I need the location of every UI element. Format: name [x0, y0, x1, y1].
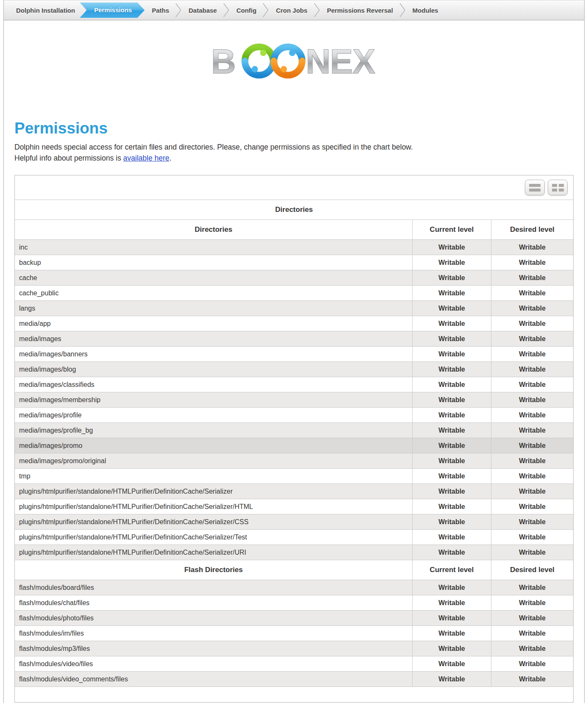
section-title-cell: Directories — [15, 220, 412, 240]
chevron-separator-icon — [175, 3, 183, 18]
current-level-header-cell: Current level — [412, 220, 491, 240]
current-level-cell: Writable — [412, 595, 491, 611]
table-row: media/images/classifiedsWritableWritable — [15, 377, 573, 392]
tab-dolphin-installation[interactable]: Dolphin Installation — [10, 7, 81, 14]
current-level-cell: Writable — [412, 240, 491, 255]
table-row: plugins/htmlpurifier/standalone/HTMLPuri… — [15, 545, 573, 560]
table-title: Directories — [15, 200, 573, 220]
directory-path-cell: media/images/profile_bg — [15, 423, 412, 438]
table-title-row: Directories — [15, 200, 573, 220]
directory-path-cell: langs — [15, 301, 412, 316]
desired-level-cell: Writable — [491, 423, 573, 438]
chevron-separator-icon — [399, 3, 407, 18]
tab-modules[interactable]: Modules — [406, 7, 445, 14]
table-row: flash/modules/chat/filesWritableWritable — [15, 595, 573, 611]
wizard-tab-bar: Dolphin Installation Permissions Paths D… — [4, 0, 584, 20]
current-level-cell: Writable — [412, 377, 491, 392]
help-prefix: Helpful info about permissions is — [14, 154, 123, 162]
desired-level-header-cell: Desired level — [491, 220, 573, 240]
desired-level-cell: Writable — [491, 545, 573, 560]
current-level-cell: Writable — [412, 392, 491, 408]
permissions-panel: Directories DirectoriesCurrent levelDesi… — [14, 175, 574, 703]
help-suffix: . — [169, 154, 172, 162]
directory-path-cell: flash/modules/im/files — [15, 626, 412, 641]
table-row: flash/modules/mp3/filesWritableWritable — [15, 641, 573, 656]
directory-path-cell: media/images/promo — [15, 438, 412, 453]
grid-view-icon — [552, 184, 564, 192]
chevron-separator-icon — [222, 3, 231, 18]
main-content: Permissions Dolphin needs special access… — [4, 119, 584, 703]
table-row: cacheWritableWritable — [15, 270, 573, 286]
current-level-cell: Writable — [412, 641, 491, 656]
table-row: cache_publicWritableWritable — [15, 286, 573, 301]
desired-level-cell: Writable — [491, 377, 573, 392]
directory-path-cell: media/images/membership — [15, 392, 412, 408]
desired-level-cell: Writable — [491, 331, 573, 347]
directory-path-cell: cache — [15, 270, 412, 286]
table-row: plugins/htmlpurifier/standalone/HTMLPuri… — [15, 499, 573, 514]
current-level-cell: Writable — [412, 438, 491, 453]
desired-level-cell: Writable — [491, 626, 573, 641]
intro-paragraph: Dolphin needs special access for certain… — [14, 142, 574, 164]
desired-level-cell: Writable — [491, 641, 573, 656]
desired-level-cell: Writable — [491, 595, 573, 611]
desired-level-cell: Writable — [491, 240, 573, 255]
available-here-link[interactable]: available here — [123, 154, 169, 162]
current-level-cell: Writable — [412, 270, 491, 286]
section-header-row: DirectoriesCurrent levelDesired level — [15, 220, 573, 240]
directory-path-cell: backup — [15, 255, 412, 270]
directory-path-cell: tmp — [15, 469, 412, 484]
current-level-cell: Writable — [412, 316, 491, 331]
current-level-cell: Writable — [412, 514, 491, 530]
tab-cron-jobs[interactable]: Cron Jobs — [269, 7, 313, 14]
chevron-separator-icon — [313, 3, 322, 18]
table-row: incWritableWritable — [15, 240, 573, 255]
table-row: plugins/htmlpurifier/standalone/HTMLPuri… — [15, 514, 573, 530]
desired-level-cell: Writable — [491, 672, 573, 687]
desired-level-cell: Writable — [491, 301, 573, 316]
desired-level-cell: Writable — [491, 580, 573, 595]
current-level-cell: Writable — [412, 545, 491, 560]
partial-row-cell — [15, 687, 573, 702]
desired-level-cell: Writable — [491, 484, 573, 499]
directory-path-cell: flash/modules/photo/files — [15, 611, 412, 626]
current-level-cell: Writable — [412, 286, 491, 301]
list-view-button[interactable] — [525, 180, 545, 195]
logo-letter-b: B — [211, 43, 236, 79]
current-level-cell: Writable — [412, 611, 491, 626]
page-title: Permissions — [14, 119, 574, 137]
desired-level-cell: Writable — [491, 316, 573, 331]
table-row: media/imagesWritableWritable — [15, 331, 573, 347]
directory-path-cell: inc — [15, 240, 412, 255]
section-title-cell: Flash Directories — [15, 560, 412, 580]
directory-path-cell: plugins/htmlpurifier/standalone/HTMLPuri… — [15, 514, 412, 530]
table-row: media/images/promoWritableWritable — [15, 438, 573, 453]
directory-path-cell: media/images — [15, 331, 412, 347]
directory-path-cell: media/images/banners — [15, 347, 412, 362]
current-level-cell: Writable — [412, 423, 491, 438]
tab-permissions-reversal[interactable]: Permissions Reversal — [321, 7, 399, 14]
tab-paths[interactable]: Paths — [145, 7, 175, 14]
table-row: media/appWritableWritable — [15, 316, 573, 331]
table-row: flash/modules/video_comments/filesWritab… — [15, 672, 573, 687]
directory-path-cell: cache_public — [15, 286, 412, 301]
current-level-cell: Writable — [412, 499, 491, 514]
desired-level-cell: Writable — [491, 347, 573, 362]
current-level-cell: Writable — [412, 484, 491, 499]
current-level-cell: Writable — [412, 362, 491, 377]
current-level-cell: Writable — [412, 656, 491, 672]
tab-permissions[interactable]: Permissions — [80, 3, 144, 18]
desired-level-cell: Writable — [491, 611, 573, 626]
tab-database[interactable]: Database — [182, 7, 223, 14]
grid-view-button[interactable] — [548, 180, 568, 195]
logo-container: B NEX — [4, 43, 584, 79]
directory-path-cell: plugins/htmlpurifier/standalone/HTMLPuri… — [15, 545, 412, 560]
partial-row — [15, 687, 573, 702]
logo-o-green-blue — [245, 47, 273, 75]
directory-path-cell: flash/modules/video/files — [15, 656, 412, 672]
directory-path-cell: media/images/blog — [15, 362, 412, 377]
table-row: media/images/promo/originalWritableWrita… — [15, 453, 573, 469]
directory-path-cell: plugins/htmlpurifier/standalone/HTMLPuri… — [15, 484, 412, 499]
directory-path-cell: plugins/htmlpurifier/standalone/HTMLPuri… — [15, 499, 412, 514]
tab-config[interactable]: Config — [230, 7, 263, 14]
